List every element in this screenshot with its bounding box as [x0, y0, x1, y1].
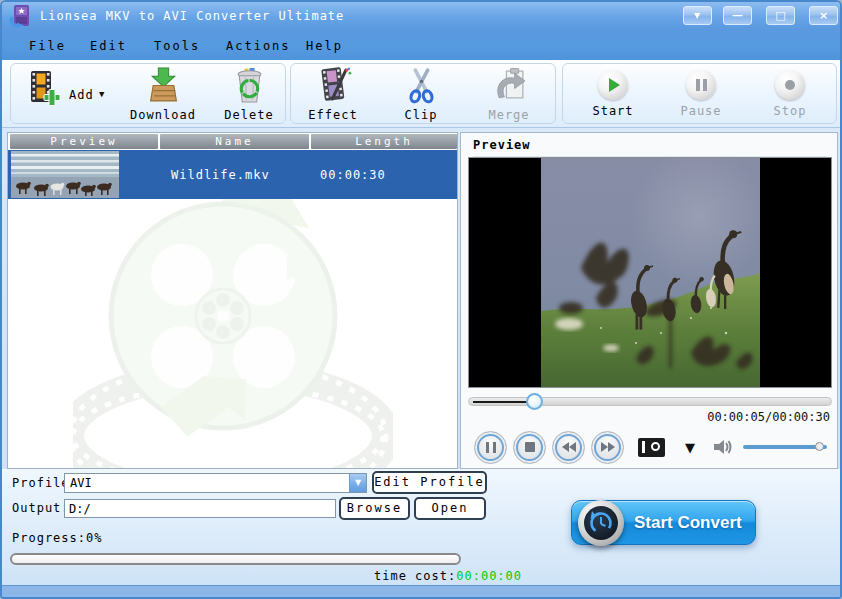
start-button[interactable]: Start	[573, 67, 653, 125]
add-button[interactable]: Add ▼	[17, 67, 117, 125]
app-window: Lionsea MKV to AVI Converter Ultimate ▼ …	[0, 0, 842, 599]
profile-value: AVI	[70, 476, 92, 490]
download-icon	[145, 67, 182, 104]
toolbar-group-edit: Effect Clip Merge	[290, 63, 556, 124]
title-bar: Lionsea MKV to AVI Converter Ultimate ▼ …	[2, 2, 840, 30]
column-header-name[interactable]: Name	[160, 134, 309, 149]
settings-section: Profile: AVI ▼ Edit Profile Output: Brow…	[2, 469, 840, 585]
shade-button[interactable]: ▼	[683, 6, 712, 25]
rewind-icon	[562, 442, 576, 452]
menu-bar: File Edit Tools Actions Help	[2, 30, 840, 60]
player-pause-button[interactable]	[474, 431, 507, 464]
snapshot-menu-caret[interactable]: ▼	[685, 440, 695, 455]
maximize-icon: □	[775, 9, 785, 22]
player-stop-button[interactable]	[513, 431, 546, 464]
menu-actions[interactable]: Actions	[226, 39, 291, 53]
menu-tools[interactable]: Tools	[154, 39, 200, 53]
pause-icon	[686, 70, 716, 100]
time-cost: time cost:00:00:00	[374, 569, 522, 583]
playback-time: 00:00:05/00:00:30	[707, 410, 830, 424]
stop-icon	[775, 70, 805, 100]
merge-icon	[491, 67, 528, 104]
column-header-length[interactable]: Length	[311, 134, 457, 149]
combo-caret-icon[interactable]: ▼	[349, 474, 366, 492]
column-header-preview[interactable]: Preview	[10, 134, 158, 149]
file-row[interactable]: Wildlife.mkv 00:00:30	[8, 150, 457, 199]
effect-label: Effect	[293, 108, 373, 122]
clip-icon	[403, 67, 440, 104]
open-button[interactable]: Open	[414, 497, 486, 520]
maximize-button[interactable]: □	[766, 6, 795, 25]
add-icon	[25, 70, 61, 106]
download-button[interactable]: Download	[123, 67, 203, 125]
start-icon	[598, 70, 628, 100]
window-title: Lionsea MKV to AVI Converter Ultimate	[40, 9, 344, 23]
file-name: Wildlife.mkv	[171, 168, 270, 182]
seek-thumb[interactable]	[526, 393, 543, 410]
add-label: Add	[69, 88, 94, 102]
download-label: Download	[123, 108, 203, 122]
seek-bar[interactable]	[468, 397, 832, 406]
file-thumbnail	[11, 151, 119, 198]
file-length: 00:00:30	[320, 168, 386, 182]
effect-button[interactable]: Effect	[293, 67, 373, 125]
camera-icon	[642, 441, 645, 453]
toolbar-group-files: Add ▼ Download	[10, 63, 286, 124]
pause-button[interactable]: Pause	[661, 67, 741, 125]
edit-profile-button[interactable]: Edit Profile	[372, 471, 487, 494]
merge-button[interactable]: Merge	[469, 67, 549, 125]
clip-button[interactable]: Clip	[381, 67, 461, 125]
stop-icon	[525, 442, 535, 452]
snapshot-button[interactable]	[638, 438, 665, 457]
player-rewind-button[interactable]	[552, 431, 585, 464]
pause-icon	[486, 442, 496, 453]
stop-button[interactable]: Stop	[750, 67, 830, 125]
close-button[interactable]: ×	[809, 6, 838, 25]
speaker-icon[interactable]	[713, 438, 733, 456]
status-bar	[2, 585, 840, 599]
progress-value: 0%	[86, 531, 102, 545]
time-cost-value: 00:00:00	[456, 569, 522, 583]
merge-label: Merge	[469, 108, 549, 122]
profile-select[interactable]: AVI ▼	[64, 473, 367, 493]
browse-button[interactable]: Browse	[339, 497, 410, 520]
volume-thumb[interactable]	[815, 442, 824, 451]
progress-label: Progress:0%	[12, 531, 102, 545]
video-screen	[468, 157, 832, 388]
output-path-input[interactable]	[64, 499, 336, 518]
minimize-button[interactable]: —	[723, 6, 752, 25]
file-list: Preview Name Length	[7, 132, 458, 469]
app-icon	[9, 4, 33, 28]
output-label: Output:	[12, 501, 70, 515]
effect-icon	[315, 67, 352, 104]
seek-progress	[473, 401, 533, 403]
menu-edit[interactable]: Edit	[90, 39, 127, 53]
preview-panel: Preview	[460, 132, 838, 469]
clip-label: Clip	[381, 108, 461, 122]
player-controls: ▼	[468, 425, 832, 469]
menu-file[interactable]: File	[29, 39, 66, 53]
shade-icon: ▼	[695, 10, 701, 22]
pause-label: Pause	[661, 104, 741, 118]
delete-label: Delete	[209, 108, 289, 122]
logo-watermark	[73, 188, 393, 469]
menu-help[interactable]: Help	[306, 39, 343, 53]
convert-clock-icon	[578, 500, 624, 546]
preview-title: Preview	[473, 138, 827, 157]
add-caret-icon: ▼	[99, 89, 104, 99]
start-label: Start	[573, 104, 653, 118]
forward-icon	[601, 442, 615, 452]
close-icon: ×	[819, 9, 828, 22]
toolbar: Add ▼ Download	[2, 60, 840, 128]
delete-icon	[231, 67, 268, 104]
start-convert-button[interactable]: Start Convert	[571, 500, 756, 545]
progress-bar	[10, 553, 461, 565]
player-forward-button[interactable]	[591, 431, 624, 464]
start-convert-label: Start Convert	[634, 513, 742, 533]
video-frame	[541, 158, 760, 387]
stop-label: Stop	[750, 104, 830, 118]
toolbar-group-convert: Start Pause Stop	[562, 63, 837, 124]
minimize-icon: —	[732, 9, 743, 22]
delete-button[interactable]: Delete	[209, 67, 289, 125]
volume-slider[interactable]	[743, 445, 827, 449]
